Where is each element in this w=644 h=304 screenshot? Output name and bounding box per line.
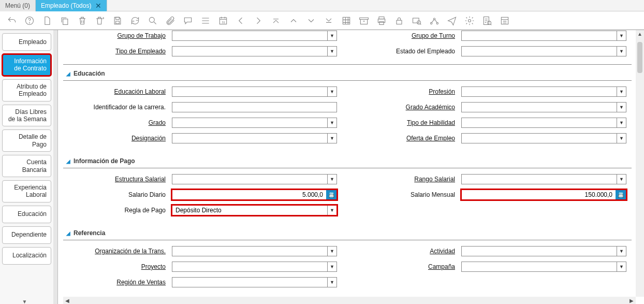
calendar-icon[interactable]: 31: [217, 15, 229, 26]
horizontal-scrollbar[interactable]: ◀▶: [63, 297, 636, 304]
grid-icon[interactable]: [341, 15, 352, 26]
input[interactable]: [172, 278, 327, 287]
input-id-carrera[interactable]: [172, 102, 337, 112]
workflow-icon[interactable]: [429, 15, 440, 26]
chat-icon[interactable]: [182, 15, 194, 26]
attachment-icon[interactable]: [165, 15, 176, 26]
input[interactable]: [462, 134, 617, 143]
input[interactable]: [172, 87, 327, 96]
combo-educacion-laboral[interactable]: ▼: [172, 86, 337, 97]
chevron-down-icon[interactable]: ▼: [617, 103, 626, 112]
zoom-icon[interactable]: [411, 15, 422, 26]
input[interactable]: [172, 134, 327, 143]
combo-rango-salarial[interactable]: ▼: [461, 174, 626, 184]
input-salario-mensual[interactable]: 📇: [461, 190, 626, 200]
calculator-icon[interactable]: 📇: [326, 190, 336, 199]
sidebar-item-atributo-empleado[interactable]: Atributo de Empleado: [2, 79, 51, 102]
combo-actividad[interactable]: ▼: [461, 246, 626, 256]
chevron-down-icon[interactable]: ▼: [617, 87, 626, 96]
chevron-down-icon[interactable]: ▼: [327, 87, 336, 96]
report-icon[interactable]: [481, 15, 493, 26]
chevron-down-icon[interactable]: ▼: [617, 31, 626, 40]
chevron-down-icon[interactable]: ▼: [327, 134, 336, 143]
new-icon[interactable]: [41, 15, 53, 26]
gear-icon[interactable]: [464, 15, 475, 26]
combo-grado-acad[interactable]: ▼: [461, 102, 626, 112]
combo-tipo-habilidad[interactable]: ▼: [461, 118, 626, 128]
chevron-down-icon[interactable]: ▼: [327, 175, 336, 184]
input[interactable]: [172, 31, 327, 40]
tab-empleado[interactable]: Empleado (Todos) ✕: [36, 0, 107, 11]
section-header-educacion[interactable]: ◢Educación: [63, 68, 632, 81]
combo-oferta-empleo[interactable]: ▼: [461, 133, 626, 143]
combo-profesion[interactable]: ▼: [461, 86, 626, 97]
chevron-down-icon[interactable]: ▼: [617, 175, 626, 184]
down-icon[interactable]: [305, 15, 317, 26]
input[interactable]: [462, 247, 617, 256]
form-icon[interactable]: [499, 15, 510, 26]
chevron-down-icon[interactable]: ▼: [327, 278, 336, 287]
up-icon[interactable]: [288, 15, 299, 26]
first-icon[interactable]: [270, 15, 282, 26]
search-icon[interactable]: [147, 15, 158, 26]
help-icon[interactable]: [24, 15, 35, 26]
save-icon[interactable]: [112, 15, 123, 26]
sidebar-scroll-down-icon[interactable]: ▼: [0, 298, 49, 304]
chevron-down-icon[interactable]: ▼: [617, 247, 626, 256]
chevron-down-icon[interactable]: ▼: [617, 47, 626, 56]
combo-estado-empleado[interactable]: ▼: [461, 46, 626, 56]
scroll-up-icon[interactable]: ▲: [637, 31, 642, 37]
archive-icon[interactable]: [358, 15, 370, 26]
chevron-down-icon[interactable]: ▼: [617, 118, 626, 127]
chevron-down-icon[interactable]: ▼: [327, 47, 336, 56]
input[interactable]: [172, 262, 327, 271]
input[interactable]: [172, 190, 326, 199]
sidebar-item-informacion-contrato[interactable]: Información de Contrato: [2, 54, 51, 76]
chevron-down-icon[interactable]: ▼: [617, 134, 626, 143]
prev-icon[interactable]: [235, 15, 246, 26]
vertical-scrollbar[interactable]: ▲: [636, 30, 644, 297]
input[interactable]: [172, 206, 327, 215]
chevron-down-icon[interactable]: ▼: [327, 118, 336, 127]
scroll-left-icon[interactable]: ◀: [63, 298, 71, 303]
input[interactable]: [172, 175, 327, 184]
sidebar-scrollbar[interactable]: [53, 30, 57, 304]
combo-designacion[interactable]: ▼: [172, 133, 337, 143]
input[interactable]: [462, 262, 617, 271]
sidebar-item-experiencia-laboral[interactable]: Experiencia Laboral: [2, 180, 51, 202]
chevron-down-icon[interactable]: ▼: [327, 31, 336, 40]
chevron-down-icon[interactable]: ▼: [327, 262, 336, 271]
input[interactable]: [462, 31, 617, 40]
sidebar-item-localizacion[interactable]: Localización: [2, 247, 51, 265]
sidebar-item-detalle-pago[interactable]: Detalle de Pago: [2, 129, 51, 152]
section-header-pago[interactable]: ◢Información de Pago: [63, 155, 632, 168]
input[interactable]: [172, 47, 327, 56]
combo-grado[interactable]: ▼: [172, 118, 337, 128]
section-header-referencia[interactable]: ◢Referencia: [63, 227, 632, 240]
input[interactable]: [462, 103, 617, 112]
next-icon[interactable]: [253, 15, 264, 26]
combo-org-trans[interactable]: ▼: [172, 246, 337, 256]
calculator-icon[interactable]: 📇: [616, 190, 626, 199]
input[interactable]: [462, 118, 617, 127]
combo-proyecto[interactable]: ▼: [172, 262, 337, 272]
tab-menu[interactable]: Menú (0): [0, 0, 36, 11]
sidebar-item-educacion[interactable]: Educación: [2, 206, 51, 223]
input[interactable]: [172, 247, 327, 256]
scroll-right-icon[interactable]: ▶: [627, 298, 636, 303]
chevron-down-icon[interactable]: ▼: [617, 262, 626, 271]
chevron-down-icon[interactable]: ▼: [327, 206, 336, 215]
input[interactable]: [462, 175, 617, 184]
combo-region-ventas[interactable]: ▼: [172, 277, 337, 287]
send-icon[interactable]: [446, 15, 458, 26]
close-icon[interactable]: ✕: [95, 2, 101, 10]
print-icon[interactable]: [376, 15, 387, 26]
scroll-thumb[interactable]: [637, 42, 642, 73]
combo-regla-pago[interactable]: ▼: [172, 205, 337, 215]
input[interactable]: [172, 103, 336, 112]
undo-icon[interactable]: [6, 15, 18, 26]
sidebar-item-empleado[interactable]: Empleado: [2, 33, 51, 51]
sidebar-item-dias-libres[interactable]: Días Libres de la Semana: [2, 105, 51, 127]
input[interactable]: [462, 87, 617, 96]
combo-campana[interactable]: ▼: [461, 262, 626, 272]
